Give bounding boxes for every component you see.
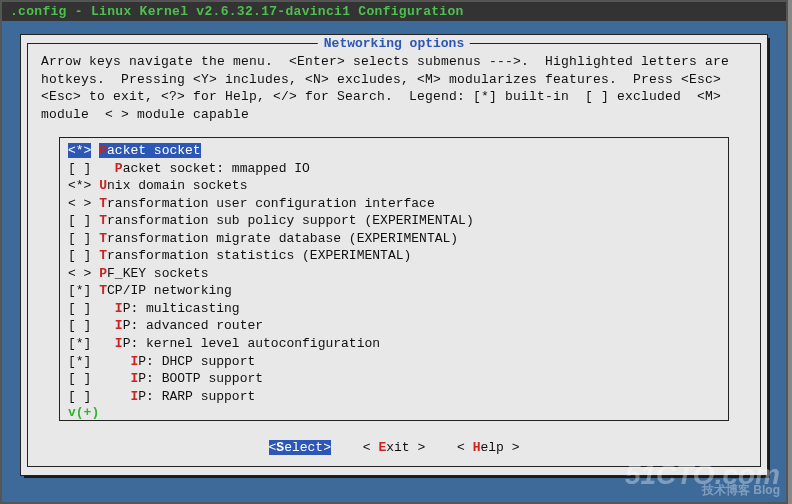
menu-item[interactable]: [ ] Packet socket: mmapped IO: [60, 160, 728, 178]
menu-item[interactable]: [ ] Transformation migrate database (EXP…: [60, 230, 728, 248]
menu-item[interactable]: [ ] Transformation sub policy support (E…: [60, 212, 728, 230]
menu-item[interactable]: < > PF_KEY sockets: [60, 265, 728, 283]
select-button[interactable]: <Select>: [269, 440, 331, 455]
menu-item[interactable]: [ ] IP: RARP support: [60, 388, 728, 406]
dialog-title: Networking options: [318, 36, 470, 51]
menu-item[interactable]: <*> Unix domain sockets: [60, 177, 728, 195]
menu-item[interactable]: [ ] IP: advanced router: [60, 317, 728, 335]
window-title: .config - Linux Kernel v2.6.32.17-davinc…: [2, 2, 786, 21]
dialog-box: Networking options Arrow keys navigate t…: [20, 34, 768, 476]
menu-item[interactable]: [*] IP: DHCP support: [60, 353, 728, 371]
scroll-down-indicator: v(+): [60, 405, 728, 420]
app-window: .config - Linux Kernel v2.6.32.17-davinc…: [0, 0, 788, 504]
menu-item[interactable]: [ ] IP: BOOTP support: [60, 370, 728, 388]
menu-item[interactable]: [ ] Transformation statistics (EXPERIMEN…: [60, 247, 728, 265]
exit-button[interactable]: < Exit >: [363, 440, 425, 455]
menu-item[interactable]: [*] IP: kernel level autoconfiguration: [60, 335, 728, 353]
help-button[interactable]: < Help >: [457, 440, 519, 455]
menu-item[interactable]: [*] TCP/IP networking: [60, 282, 728, 300]
menu-item[interactable]: < > Transformation user configuration in…: [60, 195, 728, 213]
menu-item[interactable]: <*> Packet socket: [60, 142, 728, 160]
button-row: <Select> < Exit > < Help >: [21, 440, 767, 455]
menu-list[interactable]: <*> Packet socket[ ] Packet socket: mmap…: [59, 137, 729, 421]
help-text: Arrow keys navigate the menu. <Enter> se…: [41, 53, 747, 123]
menu-item[interactable]: [ ] IP: multicasting: [60, 300, 728, 318]
